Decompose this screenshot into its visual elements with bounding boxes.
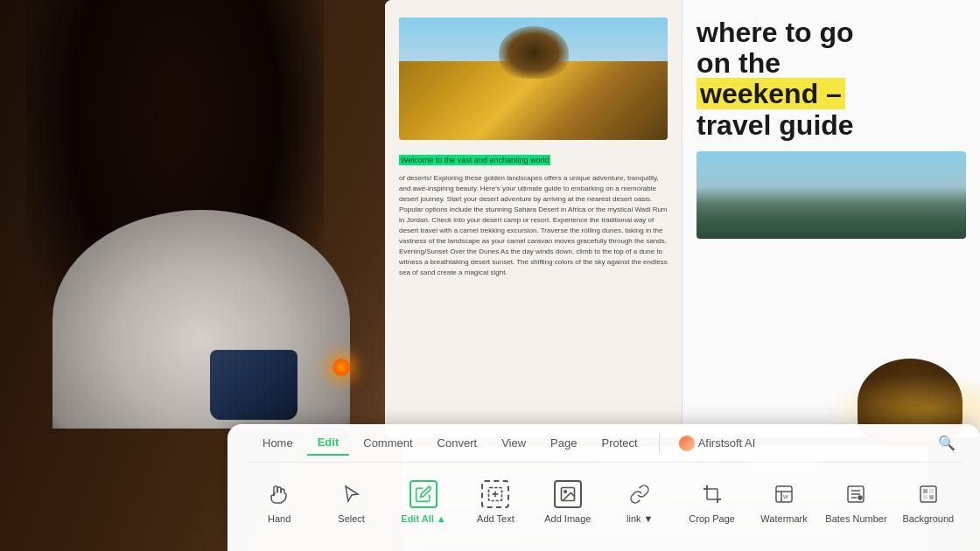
select-icon	[338, 480, 366, 508]
svg-point-4	[564, 491, 567, 493]
highlighted-text: Welcome to the vast and enchanting world	[399, 155, 550, 165]
desert-image	[399, 17, 668, 140]
watermark-icon: W	[770, 480, 798, 508]
tool-background[interactable]: Background	[894, 471, 962, 533]
doc-left-column: Welcome to the vast and enchanting world…	[385, 0, 682, 437]
tool-crop-page[interactable]: Crop Page	[677, 471, 746, 533]
svg-rect-21	[929, 495, 934, 499]
tool-select[interactable]: Select	[317, 471, 385, 533]
toolbar-tools: Hand Select Edit All ▲	[245, 463, 962, 541]
add-image-label: Add Image	[544, 513, 591, 524]
tool-bates-number[interactable]: Bates Number	[822, 471, 890, 533]
background-icon	[914, 480, 942, 508]
title-line1: where to go	[696, 17, 854, 48]
tool-add-image[interactable]: Add Image	[534, 471, 602, 533]
ai-badge[interactable]: Afirstsoft AI	[670, 432, 765, 455]
tool-hand[interactable]: Hand	[245, 471, 313, 533]
tab-convert[interactable]: Convert	[427, 431, 488, 455]
crop-page-icon	[698, 480, 726, 508]
background-label: Background	[903, 513, 955, 524]
link-icon	[626, 480, 654, 508]
title-line3: travel guide	[696, 109, 854, 141]
tool-edit-all[interactable]: Edit All ▲	[389, 471, 458, 533]
title-line2: on the	[696, 47, 780, 79]
tab-protect[interactable]: Protect	[591, 431, 648, 455]
ai-label: Afirstsoft AI	[698, 436, 756, 450]
tab-edit[interactable]: Edit	[307, 430, 350, 456]
toolbar-tabs: Home Edit Comment Convert View Page Prot…	[245, 424, 962, 463]
svg-point-16	[858, 496, 862, 499]
tab-page[interactable]: Page	[540, 431, 587, 455]
tab-home[interactable]: Home	[252, 431, 304, 455]
tool-link[interactable]: link ▼	[606, 471, 674, 533]
title-highlighted: weekend –	[696, 78, 845, 109]
svg-rect-19	[929, 489, 934, 493]
watermark-label: Watermark	[760, 513, 807, 524]
person-body	[52, 210, 350, 429]
hand-icon	[265, 480, 293, 508]
bates-number-label: Bates Number	[825, 513, 886, 524]
svg-text:W: W	[783, 494, 788, 499]
link-label: link ▼	[626, 513, 653, 524]
body-text: of deserts! Exploring these golden lands…	[399, 173, 668, 278]
search-icon[interactable]: 🔍	[938, 435, 956, 451]
add-image-icon	[554, 480, 582, 508]
tab-comment[interactable]: Comment	[353, 431, 423, 455]
tab-view[interactable]: View	[491, 431, 536, 455]
bates-number-icon	[842, 480, 870, 508]
edit-all-label: Edit All ▲	[401, 513, 445, 524]
svg-rect-17	[920, 486, 936, 502]
svg-rect-5	[707, 489, 718, 499]
ai-icon	[679, 436, 695, 451]
mountain-image	[696, 151, 966, 239]
tool-add-text[interactable]: Add Text	[461, 471, 529, 533]
highlighted-text-block: Welcome to the vast and enchanting world	[399, 150, 668, 166]
tab-separator	[659, 435, 660, 452]
coffee-mug	[210, 350, 298, 420]
select-label: Select	[338, 513, 365, 524]
tool-watermark[interactable]: W Watermark	[750, 471, 818, 533]
candle-light	[332, 359, 350, 376]
hand-label: Hand	[268, 513, 290, 524]
add-text-icon	[481, 480, 509, 508]
svg-rect-20	[923, 495, 928, 499]
toolbar: Home Edit Comment Convert View Page Prot…	[228, 424, 980, 551]
crop-page-label: Crop Page	[689, 513, 735, 524]
edit-all-icon	[410, 480, 438, 508]
doc-title: where to go on the weekend – travel guid…	[696, 17, 966, 141]
svg-rect-18	[923, 489, 928, 493]
add-text-label: Add Text	[477, 513, 514, 524]
